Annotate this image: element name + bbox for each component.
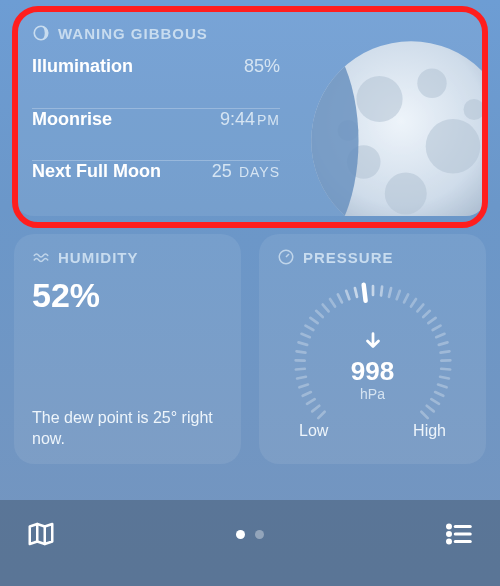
moon-phase-card[interactable]: WANING GIBBOUS Illumination 85% Moonrise… bbox=[14, 10, 486, 216]
svg-line-17 bbox=[299, 385, 308, 388]
pressure-title: PRESSURE bbox=[303, 249, 394, 266]
list-icon bbox=[444, 519, 474, 549]
svg-line-12 bbox=[286, 254, 289, 257]
pressure-card[interactable]: PRESSURE 998 hPa Low High bbox=[259, 234, 486, 464]
svg-line-15 bbox=[307, 399, 315, 404]
svg-line-30 bbox=[346, 291, 349, 299]
page-dot-0[interactable] bbox=[236, 530, 245, 539]
svg-line-18 bbox=[297, 377, 306, 379]
svg-line-39 bbox=[417, 305, 423, 312]
illum-label: Illumination bbox=[32, 56, 133, 77]
humidity-card[interactable]: HUMIDITY 52% The dew point is 25° right … bbox=[14, 234, 241, 464]
svg-point-3 bbox=[356, 76, 402, 122]
svg-line-26 bbox=[316, 311, 323, 317]
svg-line-34 bbox=[381, 287, 382, 296]
svg-line-37 bbox=[404, 294, 408, 302]
svg-line-44 bbox=[438, 342, 447, 344]
svg-line-16 bbox=[302, 392, 310, 396]
svg-point-4 bbox=[417, 69, 446, 98]
svg-line-51 bbox=[431, 399, 439, 404]
svg-line-32 bbox=[363, 285, 365, 301]
map-button[interactable] bbox=[24, 517, 58, 551]
pressure-low-label: Low bbox=[299, 422, 328, 440]
svg-line-22 bbox=[298, 342, 307, 344]
svg-line-50 bbox=[435, 392, 443, 396]
svg-line-49 bbox=[438, 385, 447, 388]
svg-point-56 bbox=[448, 525, 451, 528]
svg-line-45 bbox=[440, 351, 449, 352]
pressure-gauge-icon bbox=[277, 248, 295, 266]
svg-line-41 bbox=[428, 318, 435, 323]
page-dots[interactable] bbox=[236, 530, 264, 539]
svg-line-19 bbox=[295, 369, 304, 370]
moon-row-nextfull: Next Full Moon 25 DAYS bbox=[32, 160, 280, 212]
svg-line-31 bbox=[354, 288, 356, 297]
humidity-value: 52% bbox=[32, 276, 223, 315]
page-dot-1[interactable] bbox=[255, 530, 264, 539]
moon-illustration bbox=[306, 36, 486, 216]
pressure-gauge bbox=[283, 268, 463, 448]
moon-phase-title: WANING GIBBOUS bbox=[58, 25, 208, 42]
svg-line-53 bbox=[421, 412, 427, 418]
svg-line-28 bbox=[329, 299, 334, 306]
svg-line-29 bbox=[337, 294, 341, 302]
svg-line-35 bbox=[388, 288, 390, 297]
moon-phase-icon bbox=[32, 24, 50, 42]
svg-line-25 bbox=[310, 318, 317, 323]
svg-line-14 bbox=[312, 406, 319, 412]
svg-point-8 bbox=[464, 99, 485, 120]
map-icon bbox=[26, 519, 56, 549]
svg-line-43 bbox=[436, 334, 444, 337]
moon-row-moonrise: Moonrise 9:44PM bbox=[32, 108, 280, 160]
svg-point-5 bbox=[426, 119, 481, 174]
svg-line-21 bbox=[296, 351, 305, 352]
nextfull-value: 25 DAYS bbox=[212, 161, 280, 182]
list-button[interactable] bbox=[442, 517, 476, 551]
svg-line-52 bbox=[426, 406, 433, 412]
svg-point-57 bbox=[448, 533, 451, 536]
svg-point-7 bbox=[385, 173, 427, 215]
svg-point-58 bbox=[448, 540, 451, 543]
pressure-high-label: High bbox=[413, 422, 446, 440]
moonrise-label: Moonrise bbox=[32, 109, 112, 130]
svg-line-40 bbox=[423, 311, 430, 317]
humidity-icon bbox=[32, 248, 50, 266]
svg-line-27 bbox=[322, 305, 328, 312]
svg-line-38 bbox=[411, 299, 416, 306]
bottom-toolbar bbox=[0, 500, 500, 586]
humidity-title: HUMIDITY bbox=[58, 249, 139, 266]
svg-line-23 bbox=[301, 334, 309, 337]
svg-line-24 bbox=[305, 326, 313, 330]
svg-line-47 bbox=[441, 369, 450, 370]
moon-row-illumination: Illumination 85% bbox=[32, 56, 280, 108]
humidity-footnote: The dew point is 25° right now. bbox=[32, 408, 223, 450]
illum-value: 85% bbox=[244, 56, 280, 77]
svg-line-42 bbox=[432, 326, 440, 330]
svg-line-36 bbox=[396, 291, 399, 299]
moonrise-value: 9:44PM bbox=[220, 109, 280, 130]
nextfull-label: Next Full Moon bbox=[32, 161, 161, 182]
svg-line-13 bbox=[318, 412, 324, 418]
svg-line-48 bbox=[440, 377, 449, 379]
